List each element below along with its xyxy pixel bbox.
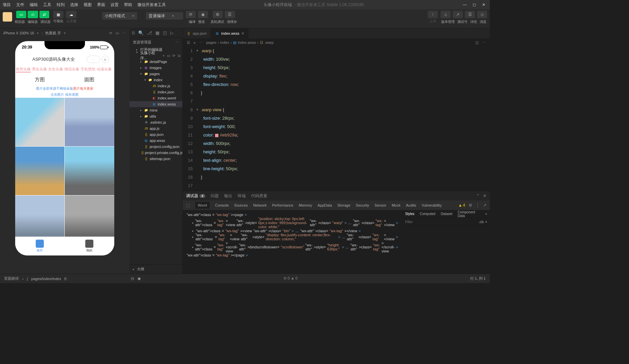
menu-项目[interactable]: 项目 xyxy=(3,2,11,8)
warning-badge[interactable]: ▲4 xyxy=(458,203,465,208)
menu-button[interactable]: ··· xyxy=(87,56,100,63)
tree-item[interactable]: ▾📁pages xyxy=(129,71,182,77)
cls-button[interactable]: .cls xyxy=(479,220,484,224)
wxml-node[interactable]: ▸"wx-attr">class="wx-tag"><scroll-view "… xyxy=(187,241,398,253)
menu-视图[interactable]: 视图 xyxy=(84,2,92,8)
menu-工具[interactable]: 工具 xyxy=(43,2,51,8)
float-icon[interactable]: ▭ xyxy=(116,31,119,35)
tree-item[interactable]: {}sitemap.json xyxy=(129,156,182,162)
nav-tab[interactable]: 手机壁纸 xyxy=(81,67,95,72)
detail-button[interactable]: ☰ xyxy=(465,11,475,18)
close-icon[interactable]: ✕ xyxy=(483,193,486,198)
bookmark-icon[interactable]: ⍟ xyxy=(193,40,196,44)
shape-tab-square[interactable]: 方图 xyxy=(35,77,45,83)
simulator-toggle[interactable]: ▭ xyxy=(16,11,26,18)
maximize-button[interactable]: ◻ xyxy=(471,1,478,8)
files-icon[interactable]: ⎘ xyxy=(132,30,135,35)
devtools-tab[interactable]: Sensor xyxy=(375,203,386,207)
outline-icon[interactable]: ☰ xyxy=(187,40,190,45)
refresh-icon[interactable]: ⟳ xyxy=(172,54,175,58)
more-actions-icon[interactable]: ⋯ xyxy=(482,40,486,45)
styles-tab[interactable]: Component Data xyxy=(455,210,483,218)
wxml-panel[interactable]: "wx-attr">class="wx-tag"><page>▸"wx-attr… xyxy=(183,210,402,274)
tree-item[interactable]: JSapp.js xyxy=(129,125,182,131)
dbg-tab[interactable]: 输出 xyxy=(224,193,232,199)
close-tab-icon[interactable]: × xyxy=(241,31,244,36)
filter-input[interactable] xyxy=(405,220,439,224)
shape-tab-circle[interactable]: 圆图 xyxy=(84,77,94,83)
nav-tab[interactable]: 动漫头像 xyxy=(97,67,112,72)
float-icon[interactable]: ↗ xyxy=(483,203,486,208)
devtools-tab[interactable]: Audits xyxy=(406,203,416,207)
test-button[interactable]: ↗ xyxy=(453,11,463,18)
more-icon[interactable]: ⋯ xyxy=(175,40,179,44)
tree-item[interactable]: ⚙.eslintrc.js xyxy=(129,119,182,125)
tree-item[interactable]: ▸📁utils xyxy=(129,113,182,119)
editor-toggle[interactable]: ‹/› xyxy=(28,11,38,18)
tree-item[interactable]: {}index.json xyxy=(129,89,182,95)
menu-转到[interactable]: 转到 xyxy=(57,2,65,8)
styles-tab[interactable]: Dataset xyxy=(438,210,455,218)
devtools-tab[interactable]: Mock xyxy=(392,203,400,207)
ext-icon[interactable]: ▦ xyxy=(155,30,159,35)
tree-item[interactable]: {}project.private.config.js... xyxy=(129,150,182,156)
devtools-tab[interactable]: Wxml xyxy=(195,202,210,209)
compile-dropdown[interactable]: 普通编译 ▼ xyxy=(146,12,183,20)
image-thumbnail[interactable] xyxy=(15,98,65,146)
image-thumbnail[interactable] xyxy=(65,98,114,146)
close-button[interactable]: ✕ xyxy=(480,1,487,8)
more-icon[interactable]: ⋯ xyxy=(122,31,126,35)
dbg-tab[interactable]: 问题 xyxy=(211,193,219,199)
menu-文件[interactable]: 文件 xyxy=(16,2,24,8)
eye-icon[interactable]: ◉ xyxy=(138,276,141,281)
tree-item[interactable]: ▸📁mine xyxy=(129,107,182,113)
devtools-tab[interactable]: Storage xyxy=(337,203,351,207)
new-folder-icon[interactable]: ▭ xyxy=(167,54,170,58)
cloud-toggle[interactable]: ☁ xyxy=(66,11,77,18)
devtools-tab[interactable]: Network xyxy=(253,203,267,207)
tree-item[interactable]: JSindex.js xyxy=(129,83,182,89)
add-class-button[interactable]: + xyxy=(485,220,487,224)
styles-tab[interactable]: Styles xyxy=(402,210,417,218)
preview-button[interactable]: ◉ xyxy=(198,11,208,18)
device-selector[interactable]: iPhone X 100% 16 xyxy=(3,31,34,35)
nav-tab[interactable]: 推荐头像 xyxy=(16,67,31,72)
tree-item[interactable]: ▸▦images xyxy=(129,65,182,71)
dbg-tab[interactable]: 终端 xyxy=(238,193,246,199)
split-icon[interactable]: ◫ xyxy=(163,30,167,35)
visual-toggle[interactable]: ▦ xyxy=(53,11,63,18)
remote-debug-button[interactable]: ⚙ xyxy=(213,11,223,18)
new-file-icon[interactable]: + xyxy=(162,54,164,58)
menu-界面[interactable]: 界面 xyxy=(97,2,105,8)
upload-button[interactable]: ⬆ xyxy=(428,11,438,18)
devtools-tab[interactable]: Sources xyxy=(234,203,248,207)
hotreload-toggle[interactable]: 热重载 开 xyxy=(45,31,61,36)
menu-选择[interactable]: 选择 xyxy=(70,2,78,8)
tree-item[interactable]: ▸📁detailPage xyxy=(129,59,182,65)
devtools-tab[interactable]: Vulnerability xyxy=(422,203,442,207)
page-path-value[interactable]: pages/index/index xyxy=(31,277,61,281)
minimize-button[interactable]: — xyxy=(461,1,468,8)
message-button[interactable]: ◇ xyxy=(477,11,487,18)
devtools-tab[interactable]: Console xyxy=(215,203,229,207)
git-icon[interactable]: ⎇ xyxy=(147,30,152,35)
menu-编辑[interactable]: 编辑 xyxy=(30,2,38,8)
copy-icon[interactable]: ⎘ xyxy=(64,277,67,281)
outline-section[interactable]: ▸大纲 xyxy=(129,264,182,274)
collapse-icon[interactable]: ⇲ xyxy=(177,54,180,58)
clear-cache-button[interactable]: ☰ xyxy=(225,11,235,18)
breadcrumb-path[interactable]: pages› index› ▤index.wxss› ☷.warp xyxy=(206,40,274,45)
more-styles-icon[interactable]: » xyxy=(482,210,490,218)
project-root[interactable]: ▾头像小程序... +▭⟳⇲ xyxy=(129,53,182,59)
compile-button[interactable]: ⟳ xyxy=(186,11,196,18)
wxml-node[interactable]: ▸"wx-attr">class="wx-tag"><view "wx-attr… xyxy=(187,233,398,241)
nav-tab[interactable]: 女生头像 xyxy=(48,67,63,72)
wxml-node[interactable]: ▸"wx-attr">class="wx-tag"><view "wx-attr… xyxy=(187,229,398,233)
devtools-tab[interactable]: Security xyxy=(356,203,369,207)
collapse-icon[interactable]: ⌃ xyxy=(476,193,480,198)
search-icon[interactable]: 🔍 xyxy=(138,30,144,35)
wxml-node[interactable]: ▸"wx-attr">class="wx-tag"><view "wx-attr… xyxy=(187,217,398,229)
nav-tab[interactable]: 男生头像 xyxy=(32,67,47,72)
styles-tab[interactable]: Computed xyxy=(417,210,438,218)
split-editor-icon[interactable]: ◫ xyxy=(475,40,479,45)
